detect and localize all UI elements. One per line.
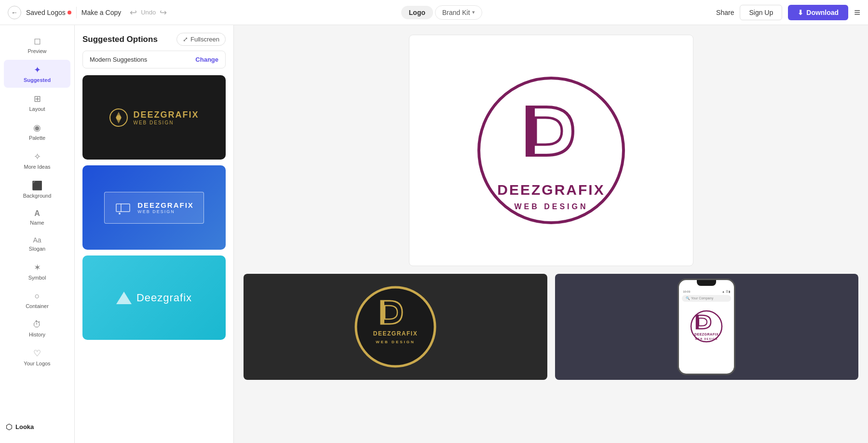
suggestions-panel: Suggested Options ⤢ Fullscreen Modern Su…: [75, 25, 234, 443]
saved-logos-text: Saved Logos: [26, 9, 66, 16]
phone-status-icons: ▲ ☰ ▮: [722, 290, 730, 293]
sidebar-item-name[interactable]: A Name: [4, 204, 70, 230]
card1-content: DEEZGRAFIX WEB DESIGN: [109, 108, 199, 127]
svg-rect-3: [116, 204, 130, 212]
svg-rect-11: [381, 301, 384, 324]
more-menu-button[interactable]: ≡: [854, 6, 860, 19]
sticker-mockup[interactable]: DEEZGRAFIX WEB DESIGN: [244, 274, 547, 380]
tab-brandkit[interactable]: Brand Kit ▾: [435, 5, 482, 20]
make-copy-button[interactable]: Make a Copy: [81, 9, 121, 16]
sidebar-item-your-logos[interactable]: ♡ Your Logos: [4, 343, 70, 371]
phone-mockup[interactable]: 10:03 ▲ ☰ ▮ 🔍 Your Company: [555, 274, 859, 380]
sidebar-item-label: Background: [23, 193, 52, 199]
sidebar-item-label: Preview: [27, 48, 46, 54]
phone-time: 10:03: [683, 290, 690, 293]
logo-suggestion-3[interactable]: Deezgrafix: [82, 255, 226, 340]
undo-redo-group: ↩ Undo ↪: [130, 7, 167, 18]
saved-logos-link[interactable]: Saved Logos: [26, 9, 71, 16]
change-filter-button[interactable]: Change: [195, 56, 218, 63]
back-button[interactable]: ←: [8, 6, 21, 19]
phone-logo-area: DEEZGRAFIX WEB DESIGN: [682, 306, 731, 347]
redo-icon: ↪: [160, 7, 167, 18]
share-button[interactable]: Share: [716, 9, 734, 16]
phone-notch: [697, 280, 716, 286]
history-icon: ⏱: [33, 320, 41, 330]
main-logo-preview[interactable]: DEEZGRAFIX WEB DESIGN: [409, 35, 693, 266]
sidebar-item-slogan[interactable]: Aa Slogan: [4, 231, 70, 256]
sidebar-item-label: More Ideas: [24, 164, 50, 170]
sidebar-item-label: Name: [30, 220, 44, 226]
logo-suggestion-1[interactable]: DEEZGRAFIX WEB DESIGN: [82, 75, 226, 160]
sidebar-item-history[interactable]: ⏱ History: [4, 315, 70, 342]
filter-label: Modern Suggestions: [90, 56, 147, 63]
card1-tagline: WEB DESIGN: [133, 120, 199, 125]
panel-header: Suggested Options ⤢ Fullscreen: [75, 25, 233, 51]
svg-text:DEEZGRAFIX: DEEZGRAFIX: [497, 182, 605, 198]
svg-text:DEEZGRAFIX: DEEZGRAFIX: [373, 330, 418, 337]
download-button[interactable]: ⬇ Download: [788, 5, 848, 20]
sticker-svg: DEEZGRAFIX WEB DESIGN: [352, 283, 439, 370]
palette-icon: ◉: [33, 122, 41, 133]
chevron-down-icon: ▾: [472, 9, 475, 15]
fullscreen-icon: ⤢: [183, 36, 188, 43]
logo-suggestions-list: DEEZGRAFIX WEB DESIGN DEEZGRAFIX WEB DES…: [75, 75, 233, 340]
more-ideas-icon: ✧: [34, 151, 41, 162]
svg-text:WEB DESIGN: WEB DESIGN: [695, 337, 718, 340]
layout-icon: ⊞: [34, 94, 41, 104]
preview-icon: ◻: [34, 36, 41, 46]
card1-symbol-icon: [109, 108, 128, 127]
svg-point-6: [479, 78, 624, 223]
name-icon: A: [34, 209, 40, 218]
sidebar-item-label: Layout: [29, 106, 45, 112]
sidebar-item-preview[interactable]: ◻ Preview: [4, 31, 70, 59]
sidebar-item-label: Your Logos: [24, 361, 50, 366]
download-icon: ⬇: [798, 9, 803, 16]
sidebar: ◻ Preview ✦ Suggested ⊞ Layout ◉ Palette…: [0, 25, 75, 443]
filter-bar: Modern Suggestions Change: [82, 51, 226, 68]
card1-text: DEEZGRAFIX WEB DESIGN: [133, 110, 199, 125]
sidebar-item-more-ideas[interactable]: ✧ More Ideas: [4, 147, 70, 175]
sidebar-item-palette[interactable]: ◉ Palette: [4, 118, 70, 146]
sidebar-item-container[interactable]: ○ Container: [4, 286, 70, 314]
tab-logo[interactable]: Logo: [401, 6, 433, 19]
sidebar-item-symbol[interactable]: ✶ Symbol: [4, 257, 70, 285]
suggested-icon: ✦: [34, 65, 41, 75]
phone-screen: 10:03 ▲ ☰ ▮ 🔍 Your Company: [679, 280, 734, 374]
sidebar-item-label: Symbol: [28, 275, 46, 281]
sidebar-item-background[interactable]: ⬛ Background: [4, 175, 70, 203]
back-icon: ←: [11, 9, 18, 16]
undo-button[interactable]: ↩: [130, 7, 137, 18]
phone-logo-svg: DEEZGRAFIX WEB DESIGN: [690, 309, 723, 343]
sidebar-item-label: History: [29, 332, 45, 337]
card2-symbol-icon: [114, 199, 132, 216]
sidebar-item-suggested[interactable]: ✦ Suggested: [4, 60, 70, 88]
card2-content: DEEZGRAFIX WEB DESIGN: [104, 192, 204, 224]
svg-point-5: [119, 213, 121, 215]
card2-tagline: WEB DESIGN: [137, 209, 194, 214]
logo-suggestion-2[interactable]: DEEZGRAFIX WEB DESIGN: [82, 165, 226, 250]
main-layout: ◻ Preview ✦ Suggested ⊞ Layout ◉ Palette…: [0, 25, 868, 443]
container-icon: ○: [35, 291, 40, 301]
card2-text: DEEZGRAFIX WEB DESIGN: [137, 201, 194, 214]
symbol-icon: ✶: [34, 262, 41, 273]
fullscreen-button[interactable]: ⤢ Fullscreen: [176, 33, 226, 46]
fullscreen-label: Fullscreen: [190, 36, 219, 43]
undo-icon: ↩: [130, 7, 137, 18]
sidebar-item-layout[interactable]: ⊞ Layout: [4, 89, 70, 117]
your-logos-icon: ♡: [33, 348, 41, 359]
sidebar-items-list: ◻ Preview ✦ Suggested ⊞ Layout ◉ Palette…: [0, 31, 74, 371]
sidebar-footer: ⬡ Looka: [0, 416, 74, 437]
signup-button[interactable]: Sign Up: [740, 5, 782, 20]
canvas-area: DEEZGRAFIX WEB DESIGN DEEZGRAFIX W: [234, 25, 868, 443]
slogan-icon: Aa: [33, 236, 41, 244]
more-menu-icon: ≡: [854, 6, 860, 18]
header-right: Share Sign Up ⬇ Download ≡: [716, 5, 860, 20]
looka-brand-name: Looka: [15, 423, 34, 430]
svg-text:WEB DESIGN: WEB DESIGN: [376, 340, 415, 344]
card1-brand-name: DEEZGRAFIX: [133, 110, 199, 120]
saved-logos-notification-dot: [68, 11, 71, 14]
redo-button[interactable]: ↪: [160, 7, 167, 18]
header-divider: [76, 7, 77, 18]
app-header: ← Saved Logos Make a Copy ↩ Undo ↪ Logo …: [0, 0, 868, 25]
background-icon: ⬛: [32, 180, 42, 191]
